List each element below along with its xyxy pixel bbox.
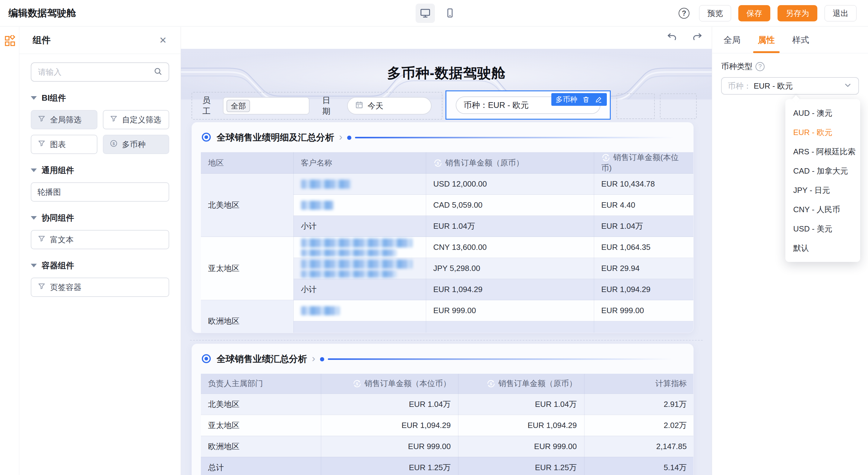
base-currency-amount-cell: EUR 1.04万 [321,394,458,415]
desktop-view-button[interactable] [415,4,435,23]
save-as-button[interactable]: 另存为 [777,5,817,22]
multi-currency-component-selected[interactable]: 币种：EUR - 欧元 多币种 [445,91,611,120]
calendar-icon [355,101,364,111]
date-filter-input[interactable]: 今天 [347,97,432,114]
chevron-right-icon[interactable]: › [339,131,342,142]
delete-component-icon[interactable] [582,96,590,103]
select-value: EUR - 欧元 [754,81,843,91]
component-section: 容器组件页签容器 [31,260,169,297]
component-item-全局筛选[interactable]: 全局筛选 [31,110,97,129]
component-item-富文本[interactable]: 富文本 [31,230,169,249]
calculated-metric-cell: 2,147.85 [584,436,694,457]
component-section-header[interactable]: 通用组件 [31,165,169,176]
original-currency-amount-cell: EUR 1,094.29 [426,279,594,300]
edit-component-icon[interactable] [595,96,602,103]
properties-content: 币种类型 ? 币种： EUR - 欧元 [712,53,868,102]
component-library-icon[interactable] [4,35,16,48]
summary-card-title: 全球销售业绩汇总分析 [217,353,307,365]
component-item-轮播图[interactable]: 轮播图 [31,182,169,202]
funnel-icon [37,282,46,293]
table-row: 亚太地区EUR 1,094.29EUR 1,094.292.02万 [201,415,694,436]
column-header: $销售订单金额（原币） [458,374,584,394]
summary-report-card[interactable]: 全球销售业绩汇总分析 › 负责人主属部门$销售订单金额（本位币）$销售订单金额（… [191,344,694,475]
currency-option[interactable]: CAD - 加拿大元 [785,161,860,180]
currency-option[interactable]: ARS - 阿根廷比索 [785,142,860,161]
monitor-icon [420,7,431,20]
tab-属性[interactable]: 属性 [758,27,775,53]
svg-text:$: $ [490,381,492,386]
customer-cell [293,237,426,258]
component-section: 协同组件富文本 [31,212,169,249]
component-item-多币种[interactable]: $多币种 [103,135,169,154]
grid-guide-line [190,340,703,341]
currency-dropdown-popup: AUD - 澳元EUR - 欧元ARS - 阿根廷比索CAD - 加拿大元JPY… [785,99,860,262]
component-item-图表[interactable]: 图表 [31,135,97,154]
redacted-customer-name [301,238,412,247]
tab-样式[interactable]: 样式 [792,27,809,53]
section-items: 全局筛选自定义筛选图表$多币种 [31,110,169,154]
currency-option[interactable]: CNY - 人民币 [785,200,860,219]
component-item-label: 页签容器 [50,282,82,293]
funnel-icon [37,114,46,125]
detail-table: 地区客户名称$销售订单金额（原币）$销售订单金额(本位币)北美地区USD 12,… [201,152,694,333]
calculated-metric-cell: 2.02万 [584,415,694,436]
component-section-header[interactable]: BI组件 [31,93,169,103]
global-filter-component[interactable]: 员工 全部 日期 今天 [191,92,442,120]
empty-filter-slot[interactable] [617,94,655,119]
column-header: 负责人主属部门 [201,374,321,394]
component-panel-header: 组件 ✕ [19,27,181,54]
preview-button[interactable]: 预览 [699,5,731,22]
redacted-customer-name [301,260,412,269]
device-toggle [415,4,460,23]
help-icon[interactable]: ? [679,8,689,19]
column-header: 客户名称 [293,152,426,174]
currency-option[interactable]: JPY - 日元 [785,180,860,200]
original-currency-amount-cell: CNY 13,600.00 [426,237,594,258]
detail-report-card[interactable]: 全球销售业绩明细及汇总分析 › 地区客户名称$销售订单金额（原币）$销售订单金额… [191,122,694,333]
bullseye-icon [201,353,212,365]
component-section: 通用组件轮播图 [31,165,169,202]
canvas-toolbar [181,27,712,49]
employee-filter-label: 员工 [203,95,218,116]
chevron-right-icon[interactable]: › [312,352,315,364]
close-icon[interactable]: ✕ [157,36,168,45]
original-currency-amount-cell: EUR 1.04万 [458,394,584,415]
section-items: 轮播图 [31,182,169,202]
component-section-header[interactable]: 容器组件 [31,260,169,271]
currency-option[interactable]: EUR - 欧元 [785,123,860,142]
base-currency-amount-cell: EUR 10,434.78 [594,174,694,195]
original-currency-amount-cell: EUR 1.25万 [458,457,584,475]
column-header: $销售订单金额(本位币) [594,152,694,174]
exit-button[interactable]: 退出 [825,5,857,22]
base-currency-amount-cell: EUR 1.25万 [321,457,458,475]
search-input[interactable] [37,67,154,77]
question-circle-icon[interactable]: ? [755,62,765,71]
currency-option[interactable]: 默认 [785,238,860,258]
page-title: 编辑数据驾驶舱 [8,7,76,20]
employee-filter-chip[interactable]: 全部 [226,100,250,112]
base-currency-amount-cell: EUR 1,064.35 [594,237,694,258]
dashboard-editor-screen: 编辑数据驾驶舱 ? 预览 保存 另存为 退出 [0,0,868,475]
customer-cell: 小计 [293,279,426,300]
mobile-view-button[interactable] [440,4,460,23]
currency-option[interactable]: USD - 美元 [785,219,860,238]
employee-filter-input[interactable]: 全部 [223,97,309,114]
customer-cell [293,321,426,333]
component-item-自定义筛选[interactable]: 自定义筛选 [103,110,169,129]
redacted-customer-name [301,270,397,278]
currency-option[interactable]: AUD - 澳元 [785,103,860,123]
undo-button[interactable] [666,31,678,44]
original-currency-amount-cell: USD 12,000.00 [426,174,594,195]
title-line-dot [320,357,324,361]
detail-card-header: 全球销售业绩明细及汇总分析 › [192,122,693,144]
collapse-triangle-icon [31,216,37,220]
redo-button[interactable] [691,31,703,44]
component-search[interactable] [31,62,169,82]
component-section-header[interactable]: 协同组件 [31,212,169,223]
currency-type-select[interactable]: 币种： EUR - 欧元 [721,77,859,95]
tab-全局[interactable]: 全局 [723,27,740,53]
redo-icon [691,31,703,44]
save-button[interactable]: 保存 [738,5,770,22]
component-item-页签容器[interactable]: 页签容器 [31,278,169,297]
empty-filter-slot[interactable] [660,94,697,119]
